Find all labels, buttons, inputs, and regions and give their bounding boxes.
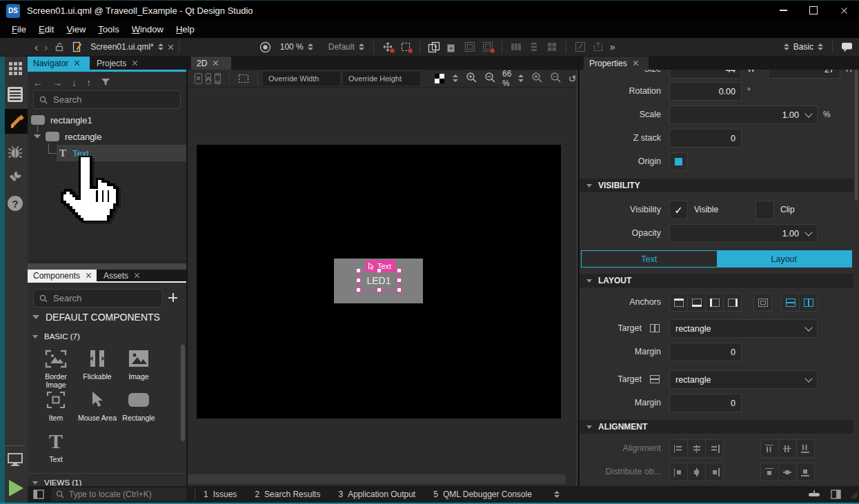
align-left-button[interactable]	[669, 439, 688, 458]
menu-help[interactable]: Help	[170, 21, 201, 37]
close-button[interactable]	[829, 0, 859, 21]
welcome-mode-icon[interactable]	[7, 62, 23, 75]
tab-2d[interactable]: 2D	[191, 57, 231, 70]
resize-handle[interactable]	[356, 288, 361, 292]
distribute-center-v-button[interactable]	[687, 463, 706, 481]
origin-button[interactable]	[669, 152, 688, 171]
align-middle-button[interactable]	[778, 439, 797, 458]
canvas-zoom-spinner[interactable]	[518, 74, 524, 82]
tools-mode-icon[interactable]	[7, 170, 23, 185]
move-down-icon[interactable]: ↓	[72, 77, 77, 88]
margin1-field[interactable]: 0	[669, 343, 742, 361]
component-instance-icon[interactable]	[445, 41, 459, 53]
override-width-input[interactable]: Override Width	[263, 72, 340, 85]
resize-handle[interactable]	[397, 288, 402, 292]
tab-projects-close-icon[interactable]	[132, 60, 138, 66]
anchor-top-button[interactable]	[669, 293, 688, 312]
align-top-button[interactable]	[760, 439, 779, 458]
section-basic[interactable]: BASIC (7)	[32, 332, 80, 341]
section-default-components[interactable]: DEFAULT COMPONENTS	[32, 312, 160, 323]
distribute-bottom-button[interactable]	[796, 463, 815, 481]
tab-assets-close-icon[interactable]	[134, 272, 140, 279]
filter-icon[interactable]	[101, 77, 110, 88]
layout-section-header[interactable]: LAYOUT	[580, 274, 853, 288]
anchor-left-button[interactable]	[705, 293, 724, 312]
subtab-text[interactable]: Text	[582, 251, 717, 267]
panel-splitter-handle[interactable]	[28, 263, 186, 270]
tab-components[interactable]: Components	[28, 270, 97, 281]
chevron-down-icon[interactable]	[804, 110, 812, 117]
anchor-vcenter-button[interactable]	[781, 293, 800, 312]
locator-input[interactable]: Type to locate (Ctrl+K)	[51, 487, 186, 501]
zoom-fit-icon[interactable]	[550, 72, 562, 85]
selection-frame-icon[interactable]	[399, 41, 413, 53]
distribute-middle-button[interactable]	[778, 463, 797, 481]
output-pane-application-output[interactable]: 3Application Output	[338, 490, 415, 499]
target2-dropdown[interactable]: rectangle	[669, 370, 818, 389]
file-selector-spinner[interactable]	[158, 43, 164, 51]
tab-projects[interactable]: Projects	[91, 57, 145, 70]
output-pane-spinner[interactable]	[554, 491, 560, 498]
move-left-icon[interactable]: ←	[33, 77, 43, 88]
target1-dropdown[interactable]: rectangle	[669, 319, 818, 338]
move-up-icon[interactable]: ↑	[86, 77, 91, 88]
tree-item-rectangle[interactable]: rectangle	[28, 128, 186, 145]
output-pane-search-results[interactable]: 2Search Results	[255, 490, 320, 499]
distribute-right-button[interactable]	[705, 463, 724, 481]
component-item[interactable]: Item	[36, 390, 76, 422]
open-file-name[interactable]: Screen01.ui.qml*	[90, 42, 153, 52]
component-flickable[interactable]: Flickable	[77, 348, 117, 381]
style-selector[interactable]: Default	[328, 42, 355, 52]
output-pane-issues[interactable]: 1Issues	[204, 490, 237, 499]
zoom-out-icon[interactable]	[484, 72, 496, 85]
kit-spinner-left[interactable]	[784, 43, 789, 51]
debug-mode-icon[interactable]	[7, 145, 23, 160]
tab-properties-close-icon[interactable]	[633, 60, 639, 66]
style-spinner[interactable]	[359, 43, 364, 51]
properties-scrollbar[interactable]	[855, 70, 858, 201]
background-checker-icon[interactable]	[433, 72, 446, 85]
tab-properties[interactable]: Properties	[584, 57, 649, 70]
maximize-button[interactable]	[798, 0, 829, 21]
menu-file[interactable]: File	[6, 21, 32, 37]
minimize-button[interactable]	[768, 0, 798, 21]
menu-edit[interactable]: Edit	[32, 21, 60, 37]
height-field[interactable]: 27	[768, 70, 840, 79]
move-tool-icon[interactable]	[381, 41, 395, 53]
anchor-hcenter-button[interactable]	[799, 293, 818, 312]
preview-zoom-spinner[interactable]	[308, 43, 313, 51]
chevron-down-icon[interactable]	[804, 228, 812, 236]
show-bounds-icon[interactable]	[237, 72, 250, 85]
anchor-right-button[interactable]	[723, 293, 742, 312]
alignment-section-header[interactable]: ALIGNMENT	[580, 420, 853, 434]
components-scrollbar[interactable]	[181, 345, 185, 441]
expander-icon[interactable]	[34, 134, 41, 139]
navigator-search-input[interactable]: Search	[33, 90, 181, 109]
tab-components-close-icon[interactable]	[86, 272, 91, 279]
component-border-image[interactable]: Border Image	[36, 348, 76, 389]
annotation-text-icon[interactable]: A	[206, 73, 211, 84]
zoom-selection-icon[interactable]	[531, 72, 543, 85]
resize-grip-icon[interactable]	[849, 490, 858, 498]
menu-tools[interactable]: Tools	[92, 21, 125, 37]
kit-selector[interactable]: Basic	[793, 42, 813, 52]
forward-icon[interactable]: ›	[41, 41, 51, 53]
tab-navigator[interactable]: Navigator	[28, 57, 90, 70]
opacity-field[interactable]: 1.00	[669, 224, 818, 243]
canvas-horizontal-scrollbar[interactable]	[188, 474, 577, 484]
annotation-none-icon[interactable]	[195, 73, 202, 84]
anchor-fill-button[interactable]	[753, 293, 772, 312]
background-spinner[interactable]	[453, 74, 458, 82]
device-selector-icon[interactable]	[7, 452, 23, 467]
design-mode-icon[interactable]	[5, 109, 28, 134]
subtab-layout[interactable]: Layout	[717, 251, 852, 267]
toggle-output-pane-icon[interactable]	[807, 488, 821, 501]
width-field[interactable]: 44	[669, 70, 742, 79]
component-rectangle[interactable]: Rectangle	[119, 390, 159, 422]
toolbar-overflow-icon[interactable]: »	[610, 41, 615, 52]
lock-icon[interactable]	[52, 41, 66, 53]
align-center-vertical-button[interactable]	[687, 439, 706, 458]
visible-checkbox[interactable]: ✓	[669, 201, 688, 219]
feedback-bubble-icon[interactable]	[840, 41, 853, 53]
close-file-icon[interactable]	[168, 44, 174, 50]
